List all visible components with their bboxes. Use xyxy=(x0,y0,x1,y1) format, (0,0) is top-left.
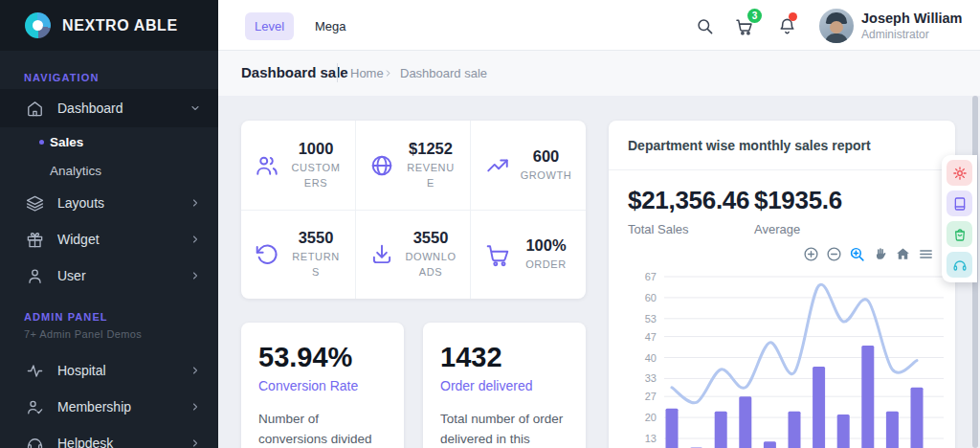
breadcrumb-current: Dashboard sale xyxy=(400,66,487,80)
pan-icon[interactable] xyxy=(872,246,888,262)
sidebar-section-navigation: NAVIGATION xyxy=(0,51,218,89)
sidebar-item-label: Widget xyxy=(57,232,176,247)
documentation-fab[interactable] xyxy=(947,190,972,216)
headset-icon xyxy=(952,258,968,273)
svg-text:47: 47 xyxy=(645,331,657,343)
breadcrumb: Dashboard sale Home Dashboard sale xyxy=(218,51,980,96)
conversion-description: Number of conversions divided by the tot… xyxy=(258,410,387,448)
zoom-out-icon[interactable] xyxy=(826,246,842,262)
order-description: Total number of order delivered in this … xyxy=(440,410,568,448)
stat-value: 3550 xyxy=(290,229,342,247)
sidebar-subitem-analytics[interactable]: Analytics xyxy=(0,156,218,185)
sidebar-item-helpdesk[interactable]: Helpdesk xyxy=(0,425,218,448)
user-name[interactable]: Joseph William xyxy=(861,11,962,26)
tab-mega[interactable]: Mega xyxy=(307,12,354,40)
avatar[interactable] xyxy=(819,9,854,43)
average-value: $1935.6 xyxy=(754,186,842,215)
svg-text:67: 67 xyxy=(645,271,657,282)
selection-zoom-icon[interactable] xyxy=(849,246,865,262)
stats-grid-card: 1000 CUSTOMERS $1252 REVENUE 600 GROWTH … xyxy=(241,121,586,299)
chevron-right-icon xyxy=(189,401,201,413)
sidebar-item-layouts[interactable]: Layouts xyxy=(0,185,218,221)
users-icon xyxy=(255,153,279,178)
svg-text:20: 20 xyxy=(645,412,657,423)
zoom-in-icon[interactable] xyxy=(803,246,819,262)
home-reset-icon[interactable] xyxy=(895,246,911,262)
sidebar-item-label: Layouts xyxy=(57,195,176,211)
total-sales-value: $21,356.46 xyxy=(628,186,749,215)
sidebar-section-admin-panel: ADMIN PANEL xyxy=(0,294,218,328)
svg-text:33: 33 xyxy=(645,372,657,384)
stat-order: 100% ORDER xyxy=(471,210,586,299)
stat-downloads: 3550 DOWNLOADS xyxy=(356,210,471,299)
home-icon xyxy=(26,100,44,118)
stat-returns: 3550 RETURNS xyxy=(241,210,356,299)
sidebar-item-hospital[interactable]: Hospital xyxy=(0,352,218,389)
page-title: Dashboard sale xyxy=(241,64,348,80)
user-role: Administrator xyxy=(861,28,929,41)
cart-badge: 3 xyxy=(747,9,762,23)
stat-value: $1252 xyxy=(405,140,457,158)
sidebar-item-widget[interactable]: Widget xyxy=(0,221,218,258)
stat-value: 1000 xyxy=(290,140,342,158)
chart-toolbar xyxy=(803,246,934,262)
stat-label: ORDER xyxy=(521,258,572,273)
chevron-right-icon xyxy=(189,197,201,209)
chevron-down-icon xyxy=(189,102,201,114)
support-fab[interactable] xyxy=(947,252,972,278)
stat-label: RETURNS xyxy=(290,250,342,280)
floating-action-panel xyxy=(942,155,977,282)
shop-fab[interactable] xyxy=(947,221,972,247)
conversion-rate-card: 53.94% Conversion Rate Number of convers… xyxy=(241,323,404,448)
download-icon xyxy=(369,242,394,267)
average-stat: $1935.6 Average xyxy=(754,186,842,236)
sidebar-item-membership[interactable]: Membership xyxy=(0,389,218,425)
stat-label: GROWTH xyxy=(521,168,572,184)
sidebar: NEXTRO ABLE NAVIGATION Dashboard Sales A… xyxy=(0,0,218,448)
rotate-ccw-icon xyxy=(255,242,279,267)
stat-value: 600 xyxy=(521,147,572,166)
total-sales-label: Total Sales xyxy=(628,222,749,236)
sidebar-item-label: Dashboard xyxy=(57,101,176,116)
conversion-value: 53.94% xyxy=(258,342,387,373)
sidebar-subitem-sales[interactable]: Sales xyxy=(0,127,218,156)
sidebar-item-user[interactable]: User xyxy=(0,258,218,294)
brand-name: NEXTRO ABLE xyxy=(62,17,178,34)
svg-text:53: 53 xyxy=(645,313,657,325)
gift-icon xyxy=(26,231,44,249)
settings-fab[interactable] xyxy=(947,160,972,186)
sidebar-section-sublabel: 7+ Admin Panel Demos xyxy=(0,328,218,344)
topbar: Level Mega 3 Joseph William Administrato… xyxy=(218,0,980,51)
layers-icon xyxy=(26,194,44,213)
sales-report-card: Department wise monthly sales report $21… xyxy=(609,121,955,448)
breadcrumb-home-link[interactable]: Home xyxy=(350,66,384,80)
trending-up-icon xyxy=(485,153,510,178)
report-title: Department wise monthly sales report xyxy=(609,121,955,170)
headset-icon xyxy=(26,435,44,448)
search-icon[interactable] xyxy=(696,17,714,35)
chevron-right-icon xyxy=(384,69,392,78)
sidebar-item-label: User xyxy=(57,268,176,283)
chevron-right-icon xyxy=(189,270,201,281)
stat-customers: 1000 CUSTOMERS xyxy=(241,121,356,210)
menu-icon[interactable] xyxy=(918,246,934,262)
order-title: Order delivered xyxy=(440,378,568,393)
svg-text:60: 60 xyxy=(645,292,657,303)
user-icon xyxy=(26,267,44,285)
svg-text:40: 40 xyxy=(645,352,657,364)
sales-chart[interactable]: 676053474033272013 xyxy=(620,270,949,448)
stat-value: 3550 xyxy=(405,229,457,247)
sidebar-subitem-label: Sales xyxy=(50,135,83,149)
stat-growth: 600 GROWTH xyxy=(471,121,586,210)
tab-level[interactable]: Level xyxy=(245,12,294,40)
order-value: 1432 xyxy=(440,342,568,373)
total-sales-stat: $21,356.46 Total Sales xyxy=(628,186,749,236)
globe-icon xyxy=(369,153,394,178)
activity-icon xyxy=(26,362,44,380)
svg-text:27: 27 xyxy=(645,391,657,402)
brand[interactable]: NEXTRO ABLE xyxy=(0,0,218,51)
sidebar-item-dashboard[interactable]: Dashboard xyxy=(0,89,218,127)
gear-icon xyxy=(952,166,968,181)
sidebar-item-label: Hospital xyxy=(57,363,176,378)
brand-logo-icon xyxy=(25,12,51,38)
